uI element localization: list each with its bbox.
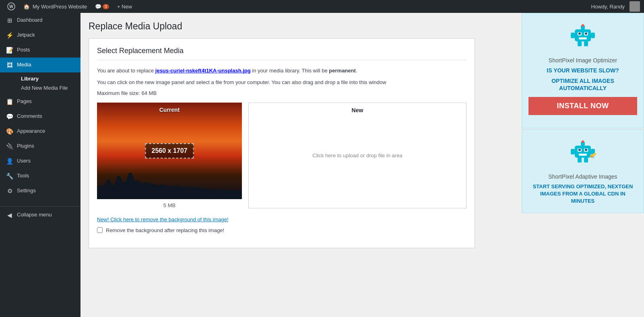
section-title: Select Replacement Media [97, 47, 466, 60]
admin-bar: W 🏠 My WordPress Website 💬 0 + New Howdy… [0, 0, 644, 13]
svg-rect-22 [578, 158, 582, 163]
svg-rect-13 [585, 33, 587, 35]
dashboard-icon: ⊞ [6, 16, 14, 25]
settings-icon: ⚙ [6, 187, 14, 195]
sidebar-item-plugins[interactable]: 🔌 Plugins [0, 139, 80, 154]
posts-icon: 📝 [6, 46, 14, 54]
remove-bg-checkbox[interactable] [97, 227, 103, 233]
sidebar-item-jetpack[interactable]: ⚡ Jetpack [0, 28, 80, 43]
sidebar: ⊞ Dashboard ⚡ Jetpack 📝 Posts 🖼 Media Li… [0, 13, 80, 317]
current-label: Current [97, 107, 242, 113]
svg-rect-20 [571, 149, 575, 154]
collapse-icon: ◀ [6, 211, 14, 219]
tools-icon: 🔧 [6, 172, 14, 180]
robot-icon-2 [528, 138, 637, 170]
comments-count: 0 [103, 4, 109, 9]
media-icon: 🖼 [6, 61, 14, 69]
ad2-headline: START SERVING OPTIMIZED, NEXTGEN IMAGES … [528, 183, 637, 205]
sidebar-item-media[interactable]: 🖼 Media [0, 58, 80, 72]
svg-rect-14 [575, 146, 591, 158]
current-file-size: 5 MB [97, 202, 242, 208]
ad1-headline: IS YOUR WEBSITE SLOW? [528, 67, 637, 74]
install-now-button[interactable]: INSTALL NOW [528, 97, 637, 115]
collapse-menu[interactable]: ◀ Collapse menu [0, 206, 80, 222]
adminbar-wp-logo[interactable]: W [4, 0, 19, 13]
appearance-icon: 🎨 [6, 127, 14, 136]
sidebar-item-appearance[interactable]: 🎨 Appearance [0, 124, 80, 139]
sidebar-item-tools[interactable]: 🔧 Tools [0, 169, 80, 183]
svg-rect-11 [584, 41, 588, 46]
svg-rect-17 [579, 154, 587, 156]
pages-icon: 📋 [6, 97, 14, 106]
ad-panel-shortpixel: ShortPixel Image Optimizer IS YOUR WEBSI… [522, 13, 644, 128]
ad1-subheadline: OPTIMIZE ALL IMAGES AUTOMATICALLY [528, 77, 637, 92]
new-upload-panel[interactable]: New Click here to upload or drop file in… [248, 103, 466, 208]
description-text-2: You can click on the new image panel and… [97, 78, 466, 87]
ad2-title: ShortPixel Adaptive Images [528, 173, 637, 180]
remove-bg-checkbox-row: Remove the background after replacing th… [97, 227, 466, 233]
current-image-wrap: Current 2560 x 1707 [97, 103, 242, 199]
robot-icon-1 [528, 21, 637, 54]
remove-bg-link[interactable]: New! Click here to remove the background… [97, 216, 466, 222]
remove-bg-label[interactable]: Remove the background after replacing th… [106, 227, 224, 233]
ads-sidebar: ShortPixel Image Optimizer IS YOUR WEBSI… [515, 13, 644, 317]
adminbar-new[interactable]: + New [114, 0, 135, 13]
svg-rect-8 [571, 33, 575, 38]
dimensions-badge: 2560 x 1707 [145, 143, 194, 158]
svg-line-29 [593, 156, 594, 158]
svg-rect-25 [585, 149, 587, 151]
replacement-form: Select Replacement Media You are about t… [89, 38, 475, 248]
max-file-size: Maximum file size: 64 MB [97, 90, 466, 96]
users-icon: 👤 [6, 157, 14, 165]
adminbar-comments[interactable]: 💬 0 [92, 0, 112, 13]
filename-link[interactable]: jesus-curiel-nskeft4t1KA-unsplash.jpg [155, 68, 251, 74]
svg-text:W: W [9, 4, 13, 9]
media-submenu: Library Add New Media File [0, 72, 80, 94]
ad1-title: ShortPixel Image Optimizer [528, 57, 637, 64]
svg-rect-9 [591, 33, 595, 38]
svg-point-19 [582, 140, 584, 143]
jetpack-icon: ⚡ [6, 31, 14, 39]
upload-text: Click here to upload or drop file in are… [312, 152, 402, 158]
comments-icon: 💬 [6, 112, 14, 121]
current-image-panel: Current 2560 x 1707 5 MB [97, 103, 242, 208]
ad-panel-adaptive: ShortPixel Adaptive Images START SERVING… [522, 129, 644, 214]
svg-rect-5 [579, 37, 587, 39]
sidebar-item-dashboard[interactable]: ⊞ Dashboard [0, 13, 80, 28]
adminbar-howdy: Howdy, Randy [588, 4, 628, 10]
svg-rect-24 [578, 149, 581, 151]
svg-rect-10 [578, 41, 582, 46]
page-title: Replace Media Upload [89, 21, 507, 32]
sidebar-item-settings[interactable]: ⚙ Settings [0, 183, 80, 198]
avatar [630, 1, 640, 12]
description-text-1: You are about to replace jesus-curiel-ns… [97, 67, 466, 75]
svg-rect-23 [584, 158, 588, 163]
svg-rect-2 [575, 29, 591, 41]
sidebar-item-posts[interactable]: 📝 Posts [0, 43, 80, 58]
main-content-area: Replace Media Upload Select Replacement … [80, 13, 515, 256]
sidebar-sub-add-new[interactable]: Add New Media File [18, 83, 80, 93]
svg-rect-12 [578, 33, 581, 35]
svg-point-7 [582, 24, 584, 27]
sidebar-item-users[interactable]: 👤 Users [0, 154, 80, 169]
upload-panels: Current 2560 x 1707 5 MB New Click here … [97, 103, 466, 208]
adminbar-site-name[interactable]: 🏠 My WordPress Website [20, 0, 90, 13]
plugins-icon: 🔌 [6, 142, 14, 150]
comment-icon: 💬 [95, 4, 101, 10]
sidebar-sub-library[interactable]: Library [18, 74, 80, 83]
sidebar-item-comments[interactable]: 💬 Comments [0, 109, 80, 124]
sidebar-item-pages[interactable]: 📋 Pages [0, 94, 80, 109]
current-image-bg: Current 2560 x 1707 [97, 103, 242, 199]
city-silhouette [97, 167, 242, 199]
